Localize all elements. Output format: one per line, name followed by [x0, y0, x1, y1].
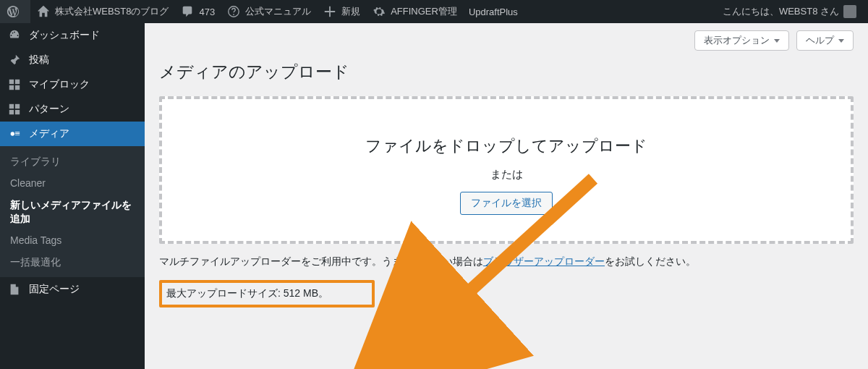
admin-sidebar: ダッシュボード 投稿 マイブロック パターン メディア ライブラリ Cleane… — [0, 23, 145, 369]
pin-icon — [7, 53, 22, 67]
submenu-item-library[interactable]: ライブラリ — [0, 150, 145, 172]
account-menu[interactable]: こんにちは、WEBST8 さん — [717, 0, 862, 23]
browser-uploader-link[interactable]: ブラウザーアップローダー — [483, 255, 605, 267]
admin-bar-left: 株式会社WEBST8のブログ 473 公式マニュアル 新規 AFFINGER管理 — [0, 0, 524, 23]
sidebar-item-label: 固定ページ — [29, 283, 80, 296]
submenu-item-cleaner[interactable]: Cleaner — [0, 172, 145, 194]
svg-rect-7 — [15, 104, 20, 109]
page-title: メディアのアップロード — [159, 61, 854, 83]
page-icon — [7, 282, 22, 297]
sidebar-submenu-media: ライブラリ Cleaner 新しいメディアファイルを追加 Media Tags … — [0, 146, 145, 277]
affinger-label: AFFINGER管理 — [391, 5, 457, 18]
comment-icon — [180, 4, 195, 19]
submenu-item-add-new[interactable]: 新しいメディアファイルを追加 — [0, 194, 145, 229]
sidebar-item-media[interactable]: メディア — [0, 122, 145, 146]
sidebar-item-pattern[interactable]: パターン — [0, 97, 145, 122]
site-name-menu[interactable]: 株式会社WEBST8のブログ — [30, 0, 174, 23]
submenu-item-bulk-optimize[interactable]: 一括最適化 — [0, 251, 145, 273]
svg-rect-3 — [15, 80, 20, 84]
svg-rect-4 — [9, 85, 14, 90]
svg-point-1 — [233, 14, 234, 15]
updraft-label: UpdraftPlus — [469, 7, 518, 17]
help-icon — [226, 4, 241, 19]
upload-dropzone[interactable]: ファイルをドロップしてアップロード または ファイルを選択 — [159, 96, 854, 244]
dashboard-icon — [7, 28, 22, 43]
gear-icon — [372, 4, 386, 19]
max-upload-size: 最大アップロードサイズ: 512 MB。 — [159, 280, 375, 308]
sidebar-item-label: マイブロック — [29, 78, 90, 91]
site-title-label: 株式会社WEBST8のブログ — [55, 5, 169, 18]
uploader-helper-text: マルチファイルアップローダーをご利用中です。うまくいかない場合はブラウザーアップ… — [159, 255, 854, 268]
svg-point-10 — [11, 132, 14, 135]
admin-bar-right: こんにちは、WEBST8 さん — [717, 0, 862, 23]
screen-options-button[interactable]: 表示オプション — [694, 30, 789, 51]
grid-icon — [7, 77, 22, 92]
wordpress-icon — [6, 4, 20, 19]
or-text: または — [176, 168, 836, 182]
screen-options-label: 表示オプション — [704, 34, 770, 47]
admin-bar: 株式会社WEBST8のブログ 473 公式マニュアル 新規 AFFINGER管理 — [0, 0, 868, 23]
sidebar-item-label: 投稿 — [29, 54, 49, 67]
sidebar-item-label: ダッシュボード — [29, 29, 100, 42]
chevron-down-icon — [838, 39, 844, 43]
grid-icon — [7, 102, 22, 116]
comments-menu[interactable]: 473 — [174, 0, 221, 23]
chevron-down-icon — [774, 39, 780, 43]
help-button[interactable]: ヘルプ — [796, 30, 854, 51]
updraft-menu[interactable]: UpdraftPlus — [463, 0, 524, 23]
plus-icon — [323, 4, 337, 19]
svg-rect-2 — [9, 80, 14, 84]
svg-rect-5 — [15, 85, 20, 90]
drop-instructions: ファイルをドロップしてアップロード — [176, 135, 836, 158]
submenu-item-media-tags[interactable]: Media Tags — [0, 229, 145, 251]
sidebar-item-posts[interactable]: 投稿 — [0, 48, 145, 72]
main-content: 表示オプション ヘルプ メディアのアップロード ファイルをドロップしてアップロー… — [145, 23, 868, 322]
helper-post: をお試しください。 — [605, 255, 696, 267]
select-files-button[interactable]: ファイルを選択 — [460, 192, 553, 215]
sidebar-item-pages[interactable]: 固定ページ — [0, 277, 145, 302]
svg-rect-9 — [15, 110, 20, 114]
svg-rect-6 — [9, 104, 14, 109]
new-content-label: 新規 — [341, 5, 360, 18]
new-content-menu[interactable]: 新規 — [317, 0, 366, 23]
comments-count: 473 — [199, 7, 215, 17]
sidebar-item-dashboard[interactable]: ダッシュボード — [0, 23, 145, 48]
media-icon — [7, 127, 22, 141]
sidebar-item-myblock[interactable]: マイブロック — [0, 72, 145, 97]
sidebar-item-label: パターン — [29, 103, 69, 116]
sidebar-item-label: メディア — [29, 127, 69, 140]
manual-label: 公式マニュアル — [245, 5, 311, 18]
affinger-menu[interactable]: AFFINGER管理 — [366, 0, 463, 23]
manual-menu[interactable]: 公式マニュアル — [221, 0, 317, 23]
greeting-label: こんにちは、WEBST8 さん — [723, 5, 839, 18]
help-label: ヘルプ — [806, 34, 834, 47]
wp-logo-menu[interactable] — [0, 0, 30, 23]
svg-rect-8 — [9, 110, 14, 114]
avatar — [843, 5, 856, 18]
home-icon — [36, 4, 51, 19]
screen-meta-links: 表示オプション ヘルプ — [159, 30, 854, 51]
helper-pre: マルチファイルアップローダーをご利用中です。うまくいかない場合は — [159, 255, 483, 267]
